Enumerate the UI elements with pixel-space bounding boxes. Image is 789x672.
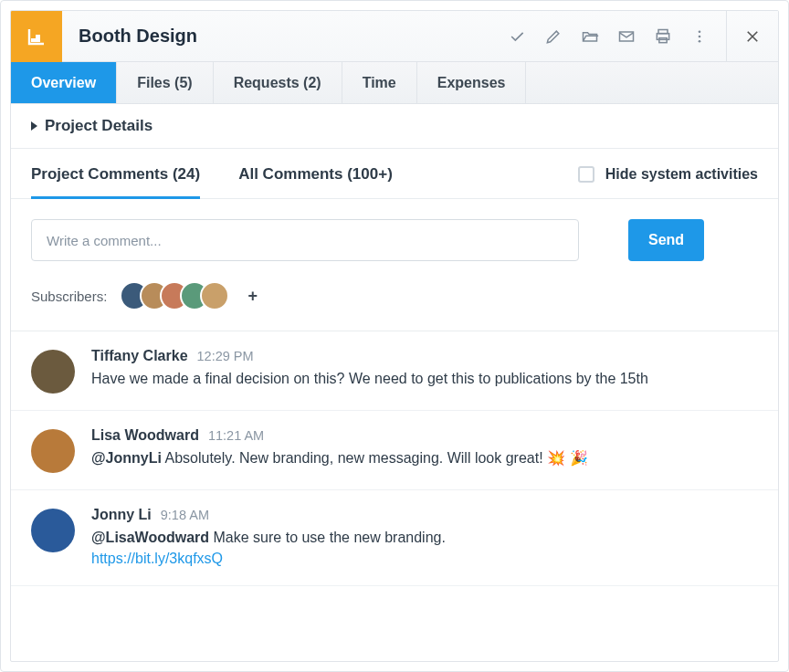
comment-author: Lisa Woodward bbox=[91, 427, 199, 444]
comment-item: Tiffany Clarke12:29 PMHave we made a fin… bbox=[11, 331, 778, 411]
send-button[interactable]: Send bbox=[628, 219, 704, 261]
comment-tabs: Project Comments (24) All Comments (100+… bbox=[11, 149, 778, 199]
subscriber-avatars bbox=[120, 281, 229, 310]
comment-time: 9:18 AM bbox=[161, 508, 209, 522]
project-panel: Booth Design bbox=[0, 0, 789, 672]
comment-text: @JonnyLi Absolutely. New branding, new m… bbox=[91, 447, 758, 468]
comment-avatar[interactable] bbox=[31, 509, 75, 552]
tab-expenses[interactable]: Expenses bbox=[417, 62, 527, 103]
tab-time[interactable]: Time bbox=[342, 62, 417, 103]
compose-row: Send bbox=[31, 219, 758, 261]
print-icon[interactable] bbox=[651, 25, 675, 48]
panel-header: Booth Design bbox=[11, 11, 778, 62]
svg-rect-0 bbox=[31, 38, 36, 42]
comment-link[interactable]: https://bit.ly/3kqfxsQ bbox=[91, 551, 223, 566]
project-details-label: Project Details bbox=[45, 117, 153, 135]
comment-text: @LisaWoodward Make sure to use the new b… bbox=[91, 527, 758, 569]
comments-list[interactable]: Tiffany Clarke12:29 PMHave we made a fin… bbox=[11, 331, 778, 661]
comment-item: Lisa Woodward11:21 AM@JonnyLi Absolutely… bbox=[11, 411, 778, 490]
svg-rect-5 bbox=[659, 37, 667, 42]
tab-overview[interactable]: Overview bbox=[11, 62, 117, 103]
comment-avatar[interactable] bbox=[31, 350, 75, 394]
hide-system-label: Hide system activities bbox=[605, 166, 758, 183]
svg-point-7 bbox=[699, 35, 701, 37]
comment-body: Tiffany Clarke12:29 PMHave we made a fin… bbox=[91, 348, 758, 389]
comment-body: Jonny Li9:18 AM@LisaWoodward Make sure t… bbox=[91, 507, 758, 569]
check-icon[interactable] bbox=[505, 25, 529, 48]
svg-point-6 bbox=[699, 30, 701, 33]
mail-icon[interactable] bbox=[615, 25, 638, 48]
project-details-section: Project Details bbox=[11, 104, 778, 149]
edit-icon[interactable] bbox=[542, 25, 565, 48]
comment-author: Tiffany Clarke bbox=[91, 348, 188, 364]
tab-files[interactable]: Files (5) bbox=[117, 62, 213, 103]
svg-rect-1 bbox=[36, 35, 40, 42]
project-logo bbox=[11, 11, 62, 62]
project-details-toggle[interactable]: Project Details bbox=[31, 117, 758, 135]
hide-system-checkbox[interactable] bbox=[578, 166, 594, 183]
header-actions bbox=[505, 25, 717, 48]
subscriber-avatar[interactable] bbox=[200, 281, 229, 310]
comment-item: Jonny Li9:18 AM@LisaWoodward Make sure t… bbox=[11, 490, 778, 586]
mention[interactable]: @LisaWoodward bbox=[91, 530, 209, 545]
comment-avatar[interactable] bbox=[31, 429, 75, 473]
tab-requests[interactable]: Requests (2) bbox=[214, 62, 342, 103]
subscribers-row: Subscribers: + bbox=[31, 281, 758, 310]
tab-project-comments[interactable]: Project Comments (24) bbox=[31, 165, 200, 198]
stairs-icon bbox=[26, 26, 47, 47]
comment-author: Jonny Li bbox=[91, 507, 152, 523]
panel-inner: Booth Design bbox=[10, 10, 779, 662]
tab-all-comments[interactable]: All Comments (100+) bbox=[238, 165, 393, 198]
comment-body: Lisa Woodward11:21 AM@JonnyLi Absolutely… bbox=[91, 427, 758, 468]
comment-text: Have we made a final decision on this? W… bbox=[91, 368, 758, 389]
subscribers-label: Subscribers: bbox=[31, 289, 107, 304]
svg-point-8 bbox=[699, 39, 701, 42]
comment-time: 11:21 AM bbox=[208, 428, 264, 443]
close-button[interactable] bbox=[727, 11, 778, 62]
comment-time: 12:29 PM bbox=[197, 349, 254, 363]
add-subscriber-button[interactable]: + bbox=[247, 287, 258, 306]
more-icon[interactable] bbox=[688, 25, 711, 48]
hide-system-row: Hide system activities bbox=[578, 166, 758, 197]
mention[interactable]: @JonnyLi bbox=[91, 450, 162, 466]
compose-area: Send Subscribers: + bbox=[11, 199, 778, 331]
comment-input[interactable] bbox=[31, 219, 579, 261]
project-title: Booth Design bbox=[79, 26, 505, 47]
chevron-right-icon bbox=[31, 121, 37, 131]
main-tabs: Overview Files (5) Requests (2) Time Exp… bbox=[11, 62, 778, 104]
folder-icon[interactable] bbox=[578, 25, 602, 48]
close-icon bbox=[744, 28, 761, 45]
